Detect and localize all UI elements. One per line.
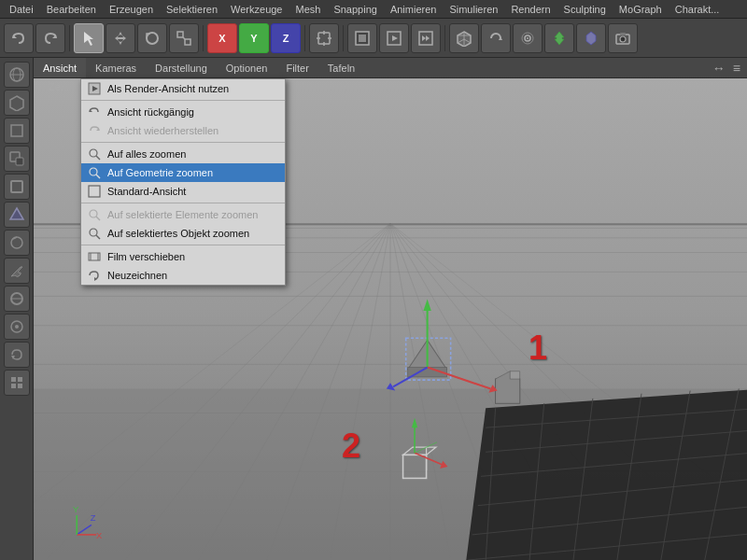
svg-rect-38 [11, 125, 22, 136]
ctx-move-film[interactable]: Film verschieben [81, 247, 285, 266]
refresh-button[interactable] [481, 23, 511, 53]
viewport[interactable]: X Y Z Ze... Ansicht Kameras Darstellung … [34, 58, 747, 560]
overlay-label-2: 2 [342, 427, 360, 466]
menu-erzeugen[interactable]: Erzeugen [104, 0, 159, 18]
zoom-sel-obj-icon [87, 226, 102, 241]
vp-expand-icon[interactable]: ↔ [710, 61, 728, 76]
svg-line-129 [96, 217, 100, 220]
ctx-render-view[interactable]: Als Render-Ansicht nutzen [81, 79, 285, 98]
undo-button[interactable] [4, 23, 34, 53]
cube-button[interactable] [449, 23, 479, 53]
svg-point-32 [620, 36, 626, 42]
separator-5 [444, 25, 445, 51]
rotate-tool-button[interactable] [137, 23, 167, 53]
context-menu: Als Render-Ansicht nutzen Ansicht rückgä… [80, 78, 286, 286]
ctx-zoom-geo[interactable]: Auf Geometrie zoomen [81, 163, 285, 182]
menu-mesh[interactable]: Mesh [289, 0, 326, 18]
main-area: X Y Z Ze... Ansicht Kameras Darstellung … [0, 58, 747, 560]
svg-marker-42 [10, 208, 23, 219]
svg-line-7 [183, 37, 185, 39]
z-axis-button[interactable]: Z [271, 23, 301, 53]
zoom-geo-icon [87, 165, 102, 180]
svg-rect-52 [18, 384, 22, 388]
menu-rendern[interactable]: Rendern [505, 0, 556, 18]
vp-tab-filter[interactable]: Filter [276, 58, 317, 77]
redo-button[interactable] [35, 23, 65, 53]
separator-1 [69, 25, 70, 51]
menu-mograph[interactable]: MoGraph [613, 0, 668, 18]
undo-view-icon [87, 105, 102, 119]
ctx-zoom-all[interactable]: Auf alles zoomen [81, 145, 285, 163]
sidebar-world-button[interactable] [4, 62, 30, 88]
standard-view-icon [87, 184, 102, 199]
vp-tab-ansicht[interactable]: Ansicht [34, 58, 86, 77]
svg-point-123 [90, 149, 97, 157]
sidebar-rotate-button[interactable] [4, 230, 30, 256]
svg-text:Z: Z [91, 513, 96, 523]
vp-tab-controls: ↔ ≡ [710, 61, 747, 76]
menu-datei[interactable]: Datei [4, 0, 39, 18]
separator-3 [304, 25, 305, 51]
ctx-redraw[interactable]: Neuzeichnen [81, 266, 285, 285]
sidebar-poly-button[interactable] [4, 118, 30, 144]
ctx-undo-view-label: Ansicht rückgängig [107, 106, 194, 118]
left-sidebar [0, 58, 34, 560]
select-tool-button[interactable] [74, 23, 104, 53]
scale-tool-button[interactable] [169, 23, 199, 53]
svg-point-125 [90, 168, 97, 175]
menu-simulieren[interactable]: Simulieren [444, 0, 503, 18]
ctx-zoom-all-label: Auf alles zoomen [107, 148, 186, 160]
svg-marker-25 [499, 36, 502, 40]
render-region-button[interactable] [347, 23, 377, 53]
sidebar-loop-button[interactable] [4, 342, 30, 368]
menu-sculpting[interactable]: Sculpting [558, 0, 612, 18]
ctx-sep-2 [81, 142, 285, 143]
tree-button[interactable] [544, 23, 574, 53]
sidebar-shape-button[interactable] [4, 202, 30, 228]
move-tool-button[interactable] [106, 23, 135, 53]
vp-tab-tafeln[interactable]: Tafeln [318, 58, 364, 77]
render-active-button[interactable] [379, 23, 409, 53]
menu-selektieren[interactable]: Selektieren [161, 0, 223, 18]
menu-charakt[interactable]: Charakt... [669, 0, 726, 18]
svg-rect-40 [16, 158, 23, 165]
vp-tab-optionen[interactable]: Optionen [217, 58, 277, 77]
camera-button[interactable] [608, 23, 638, 53]
ctx-undo-view[interactable]: Ansicht rückgängig [81, 103, 285, 121]
vp-tab-darstellung[interactable]: Darstellung [146, 58, 217, 77]
vp-tab-kameras[interactable]: Kameras [86, 58, 146, 77]
sidebar-target2-button[interactable] [4, 314, 30, 340]
target-button[interactable] [513, 23, 543, 53]
menu-bearbeiten[interactable]: Bearbeiten [41, 0, 102, 18]
object-tool-button[interactable] [309, 23, 339, 53]
render-all-button[interactable] [411, 23, 441, 53]
y-axis-button[interactable]: Y [239, 23, 269, 53]
svg-rect-127 [89, 186, 100, 197]
move-film-icon [87, 249, 102, 264]
ctx-zoom-sel-elem-label: Auf selektierte Elemente zoomen [107, 209, 258, 220]
ctx-standard-view[interactable]: Standard-Ansicht [81, 182, 285, 201]
svg-text:X: X [96, 531, 103, 540]
svg-marker-30 [586, 32, 596, 45]
sidebar-grid-button[interactable] [4, 370, 30, 396]
svg-rect-33 [620, 33, 626, 35]
menu-animieren[interactable]: Animieren [385, 0, 443, 18]
viewport-tabs: Ansicht Kameras Darstellung Optionen Fil… [34, 58, 747, 78]
overlay-label-1: 1 [529, 329, 547, 368]
ctx-zoom-geo-label: Auf Geometrie zoomen [107, 167, 213, 178]
x-axis-button[interactable]: X [207, 23, 237, 53]
vp-menu-icon[interactable]: ≡ [730, 61, 743, 76]
sidebar-object-button[interactable] [4, 90, 30, 116]
svg-marker-29 [555, 32, 564, 45]
svg-point-28 [527, 37, 529, 39]
menu-werkzeuge[interactable]: Werkzeuge [225, 0, 288, 18]
menu-snapping[interactable]: Snapping [328, 0, 383, 18]
sidebar-wrench-button[interactable] [4, 258, 30, 284]
sidebar-paint-button[interactable] [4, 146, 30, 172]
sidebar-null-button[interactable] [4, 286, 30, 312]
svg-point-130 [90, 229, 97, 236]
ctx-zoom-selected-obj[interactable]: Auf selektiertes Objekt zoomen [81, 224, 285, 243]
gem-button[interactable] [576, 23, 606, 53]
sidebar-box-button[interactable] [4, 174, 30, 200]
svg-rect-49 [11, 377, 16, 382]
